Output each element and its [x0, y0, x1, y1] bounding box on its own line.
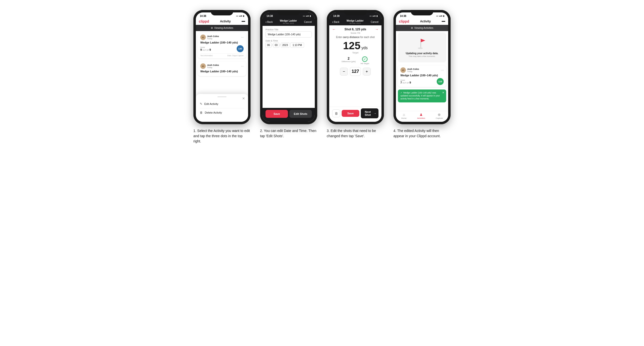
phone-frame-3: 14:39 ▪▪▪ wifi ▮ Back Wedge Ladder	[327, 10, 384, 124]
golf-icon	[416, 37, 428, 50]
three-dots-4[interactable]: ···	[441, 68, 444, 72]
card-footer-1: Test Information Data: Clippd Capture	[200, 53, 244, 56]
hit-target-icon: ✓	[362, 56, 368, 62]
card-header-4: JC Josh Coles Today ···	[400, 67, 444, 73]
caption-1: 1. Select the Activity you want to edit …	[193, 128, 250, 144]
shot-value-input[interactable]: 127	[350, 67, 361, 76]
avatar-4: JC	[400, 67, 406, 73]
date-parts: 06 / 03 / 2023	[266, 42, 290, 48]
signal-icon: ▪▪▪	[236, 15, 238, 17]
difference-stat: 2 Difference (yds)	[342, 56, 356, 65]
shot-action-bar: 🗑 Save Next Shot →	[329, 107, 382, 122]
user-info-1: Josh Coles Today	[207, 35, 219, 40]
save-shot-button[interactable]: Save	[342, 110, 359, 117]
cancel-button-3[interactable]: Cancel	[371, 21, 378, 23]
signal-icon-2: ▪▪▪	[303, 15, 305, 17]
user-info-2: Josh Coles Today	[207, 64, 219, 69]
next-shot-button[interactable]: Next Shot →	[361, 108, 378, 118]
trash-button-3[interactable]: 🗑	[332, 109, 340, 117]
user-info-4: Josh Coles Today	[407, 68, 419, 73]
day-input[interactable]: 06	[266, 42, 272, 48]
status-time-3: 14:39	[333, 15, 340, 17]
hamburger-menu-1[interactable]	[242, 21, 245, 22]
phone-column-2: 14:38 ▪▪▪ wifi ▮ Back Wedge Ladder	[259, 10, 318, 139]
number-input-row: − 127 +	[340, 67, 371, 76]
save-button-2[interactable]: Save	[266, 110, 288, 118]
datetime-label: Date & Time	[266, 39, 312, 42]
signal-icon-4: ▪▪▪	[436, 15, 438, 17]
phones-row: 14:38 ▪▪▪ wifi ▮ clippd Activity	[192, 10, 452, 144]
shot-nav-3: Back Wedge Ladder 06 Mar 2023 Cancel	[329, 18, 382, 25]
capture-icon: ⊕	[438, 113, 441, 117]
wifi-icon-2: wifi	[306, 15, 309, 17]
time-input[interactable]: 1:13 PM	[290, 42, 304, 48]
edit-shots-button[interactable]: Edit Shots	[290, 110, 312, 118]
back-button-3[interactable]: Back	[332, 20, 340, 24]
delete-activity-item[interactable]: 🗑 Delete Activity	[200, 108, 244, 117]
sheet-handle	[218, 96, 226, 97]
wifi-icon-4: wifi	[439, 15, 442, 17]
battery-icon-3: ▮	[376, 15, 378, 17]
status-time-1: 14:38	[200, 15, 206, 17]
distance-display-group: 125 yds	[343, 40, 368, 51]
avatar-1: JC	[200, 34, 206, 40]
back-button-2[interactable]: Back	[266, 20, 273, 24]
phone-column-1: 14:38 ▪▪▪ wifi ▮ clippd Activity	[192, 10, 252, 144]
nav-bar-1: clippd Activity	[196, 18, 248, 25]
phone-notch-4	[411, 10, 433, 15]
increment-button[interactable]: +	[363, 68, 371, 76]
viewing-banner-4: ⚙ Viewing Activities	[396, 25, 448, 31]
card-title-4: Wedge Ladder (100–140 yds)	[400, 74, 444, 77]
svg-point-2	[418, 47, 423, 49]
phone-screen-2: 14:38 ▪▪▪ wifi ▮ Back Wedge Ladder	[262, 12, 315, 122]
updating-subtitle: This may take a few moments.	[400, 55, 444, 57]
tab-activities[interactable]: ♟ Activities	[417, 113, 425, 119]
status-icons-4: ▪▪▪ wifi ▮	[436, 15, 444, 17]
arrow-right-icon-2: →	[374, 112, 376, 115]
decrement-button[interactable]: −	[340, 68, 348, 76]
caption-2: 2. You can edit Date and Time. Then tap …	[260, 128, 317, 139]
phone-frame-2: 14:38 ▪▪▪ wifi ▮ Back Wedge Ladder	[260, 10, 317, 124]
phone-notch-3	[344, 10, 366, 15]
nav-title-1: Activity	[220, 20, 231, 23]
phone-screen-1: 14:38 ▪▪▪ wifi ▮ clippd Activity	[196, 12, 248, 122]
shot-main-3: ← Shot 6, 125 yds → Score 7/9 Enter carr…	[329, 25, 382, 107]
clippd-logo-1: clippd	[199, 19, 209, 23]
battery-icon-4: ▮	[443, 15, 444, 17]
trash-icon: 🗑	[200, 111, 203, 114]
three-dots-2[interactable]: ···	[241, 64, 244, 68]
phone-screen-3: 14:39 ▪▪▪ wifi ▮ Back Wedge Ladder	[329, 12, 382, 122]
card-stats-4: Score 7 OUT OF 9 118	[400, 78, 444, 85]
edit-activity-item[interactable]: ✎ Edit Activity	[200, 100, 244, 108]
caption-3: 3. Edit the shots that need to be change…	[327, 128, 384, 139]
hamburger-menu-4[interactable]	[442, 21, 445, 22]
nav-center-3: Wedge Ladder 06 Mar 2023	[347, 19, 364, 24]
spacer-4	[396, 103, 448, 111]
year-input[interactable]: 2023	[281, 42, 290, 48]
practice-label: Practice Title	[266, 28, 312, 31]
tab-home[interactable]: ⌂ Home	[401, 113, 406, 119]
stats-row-3: 2 Difference (yds) ✓ Hit Target	[332, 56, 378, 65]
battery-icon: ▮	[243, 15, 244, 17]
activity-card-4: JC Josh Coles Today ··· Wedge Ladder (10…	[398, 65, 446, 87]
arrow-right-icon[interactable]: →	[375, 27, 378, 31]
phone-frame-1: 14:38 ▪▪▪ wifi ▮ clippd Activity	[193, 10, 250, 124]
tab-capture[interactable]: ⊕ Capture	[436, 113, 443, 119]
practice-input[interactable]	[266, 31, 312, 37]
month-input[interactable]: 03	[273, 42, 279, 48]
status-icons-3: ▪▪▪ wifi ▮	[370, 15, 378, 17]
wifi-icon-3: wifi	[372, 15, 376, 17]
arrow-left-icon[interactable]: ←	[332, 27, 336, 31]
card-header-2: JC Josh Coles Today ···	[200, 63, 244, 69]
shot-score: Score 7/9	[350, 32, 360, 34]
cancel-button-2[interactable]: Cancel	[304, 21, 312, 23]
wifi-icon: wifi	[239, 15, 242, 17]
hit-target-stat: ✓ Hit Target	[360, 56, 369, 65]
card-title-2: Wedge Ladder (100–140 yds)	[200, 70, 244, 73]
three-dots-1[interactable]: ···	[241, 35, 244, 39]
toast-close-icon[interactable]: ✕	[442, 91, 444, 94]
status-time-2: 14:38	[266, 15, 273, 17]
close-icon[interactable]: ✕	[242, 96, 245, 100]
battery-icon-2: ▮	[310, 15, 311, 17]
home-icon: ⌂	[403, 113, 405, 117]
